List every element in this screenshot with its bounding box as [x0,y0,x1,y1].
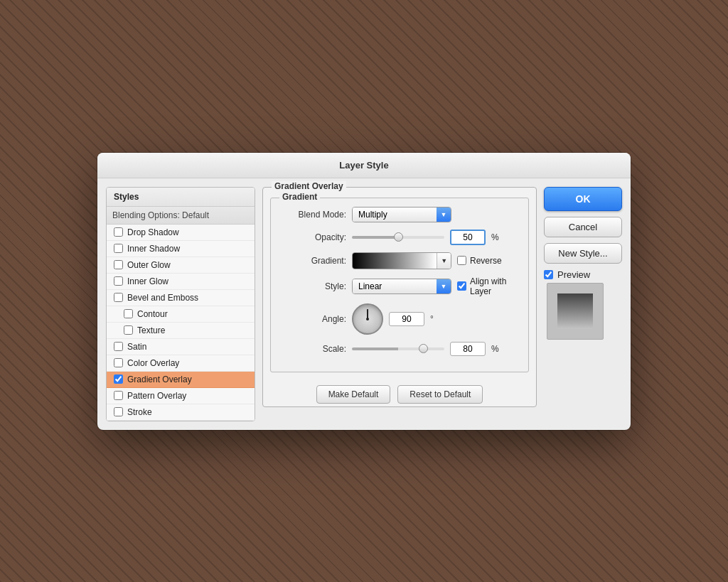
dialog-body: Styles Blending Options: Default Drop Sh… [97,178,631,430]
gradient-bar[interactable] [353,253,437,269]
sidebar-item-color-overlay[interactable]: Color Overlay [107,355,255,372]
panel-group-title: Gradient Overlay [272,181,346,191]
right-panel: OK Cancel New Style... Preview [544,187,622,421]
angle-dial-line [367,309,368,319]
color-overlay-label: Color Overlay [127,358,179,368]
sidebar-item-inner-shadow[interactable]: Inner Shadow [107,241,255,257]
sidebar-item-satin[interactable]: Satin [107,339,255,355]
angle-dial-dot [366,318,369,320]
sidebar-item-inner-glow[interactable]: Inner Glow [107,274,255,290]
color-overlay-checkbox[interactable] [114,358,123,367]
satin-checkbox[interactable] [114,342,123,351]
make-default-button[interactable]: Make Default [316,385,391,404]
opacity-input[interactable]: 50 [450,230,486,245]
inner-glow-label: Inner Glow [127,276,168,286]
stroke-label: Stroke [127,407,152,417]
main-content: Gradient Overlay Gradient Blend Mode: No… [262,187,537,421]
preview-box [547,283,604,340]
reverse-label[interactable]: Reverse [457,256,502,266]
title-bar: Layer Style [97,153,631,178]
contour-label: Contour [137,309,168,319]
gradient-bar-arrow-icon[interactable]: ▼ [437,253,451,269]
preview-inner [557,293,593,329]
gradient-overlay-label: Gradient Overlay [127,374,192,384]
drop-shadow-label: Drop Shadow [127,227,179,237]
stroke-checkbox[interactable] [114,407,123,416]
opacity-row: Opacity: 50 % [282,230,517,245]
angle-dial[interactable] [352,303,383,335]
pattern-overlay-label: Pattern Overlay [127,391,186,401]
blend-mode-row: Blend Mode: Normal Dissolve Multiply Scr… [282,207,517,222]
cancel-button[interactable]: Cancel [544,217,622,237]
preview-checkbox[interactable] [544,270,553,279]
style-row: Style: Linear Radial Angle Reflected Dia… [282,276,517,296]
gradient-picker[interactable]: ▼ [352,252,451,269]
blend-mode-select[interactable]: Normal Dissolve Multiply Screen Overlay … [353,208,437,222]
gradient-overlay-checkbox[interactable] [114,374,123,384]
align-with-layer-checkbox[interactable] [457,281,466,291]
contour-checkbox[interactable] [124,309,133,318]
dialog-title: Layer Style [339,160,388,171]
sidebar-item-gradient-overlay[interactable]: Gradient Overlay [107,372,255,388]
gradient-overlay-panel: Gradient Overlay Gradient Blend Mode: No… [262,187,537,407]
gradient-inner-panel: Gradient Blend Mode: Normal Dissolve Mul… [270,198,529,372]
gradient-label: Gradient: [282,256,346,266]
blend-mode-select-wrapper[interactable]: Normal Dissolve Multiply Screen Overlay … [352,207,451,222]
angle-degree: ° [430,314,434,324]
scale-percent: % [491,344,499,354]
sidebar-item-texture[interactable]: Texture [107,323,255,339]
sidebar-item-stroke[interactable]: Stroke [107,404,255,421]
style-select[interactable]: Linear Radial Angle Reflected Diamond [353,279,437,293]
scale-input[interactable] [450,342,486,356]
bevel-emboss-checkbox[interactable] [114,293,123,302]
drop-shadow-checkbox[interactable] [114,227,123,237]
outer-glow-checkbox[interactable] [114,260,123,269]
style-label: Style: [282,281,346,291]
opacity-label: Opacity: [282,232,346,242]
outer-glow-label: Outer Glow [127,260,171,270]
sidebar-section-label[interactable]: Blending Options: Default [107,207,255,225]
gradient-row: Gradient: ▼ Reverse [282,252,517,269]
sidebar-header: Styles [107,188,255,207]
blend-mode-arrow-icon: ▼ [437,208,451,222]
scale-row: Scale: % [282,342,517,356]
bevel-emboss-label: Bevel and Emboss [127,293,198,303]
satin-label: Satin [127,342,146,352]
scale-label: Scale: [282,344,346,354]
reset-to-default-button[interactable]: Reset to Default [397,385,483,404]
reverse-text: Reverse [470,256,502,266]
angle-label: Angle: [282,314,346,324]
ok-button[interactable]: OK [544,187,622,211]
sidebar-item-outer-glow[interactable]: Outer Glow [107,257,255,274]
opacity-slider[interactable] [352,236,444,239]
inner-shadow-label: Inner Shadow [127,244,180,254]
layer-style-dialog: Layer Style Styles Blending Options: Def… [97,153,631,430]
pattern-overlay-checkbox[interactable] [114,391,123,400]
inner-shadow-checkbox[interactable] [114,244,123,253]
sidebar-item-pattern-overlay[interactable]: Pattern Overlay [107,388,255,404]
texture-checkbox[interactable] [124,325,133,335]
preview-label: Preview [557,269,590,280]
preview-label-row: Preview [544,269,590,280]
sidebar: Styles Blending Options: Default Drop Sh… [106,187,255,421]
sidebar-item-contour[interactable]: Contour [107,306,255,323]
sidebar-item-bevel-emboss[interactable]: Bevel and Emboss [107,290,255,306]
new-style-button[interactable]: New Style... [544,243,622,264]
opacity-percent: % [491,232,499,242]
texture-label: Texture [137,325,165,335]
action-buttons: Make Default Reset to Default [263,379,536,406]
angle-input[interactable] [389,312,424,326]
inner-glow-checkbox[interactable] [114,276,123,286]
style-arrow-icon: ▼ [437,279,451,293]
angle-row: Angle: ° [282,303,517,335]
align-with-layer-text: Align with Layer [470,276,517,296]
sidebar-item-drop-shadow[interactable]: Drop Shadow [107,225,255,241]
style-select-wrapper[interactable]: Linear Radial Angle Reflected Diamond ▼ [352,279,451,294]
preview-section: Preview [544,269,622,340]
scale-slider[interactable] [352,347,444,350]
panel-inner-title: Gradient [279,192,320,202]
blend-mode-label: Blend Mode: [282,210,346,220]
align-with-layer-label[interactable]: Align with Layer [457,276,517,296]
reverse-checkbox[interactable] [457,256,466,265]
